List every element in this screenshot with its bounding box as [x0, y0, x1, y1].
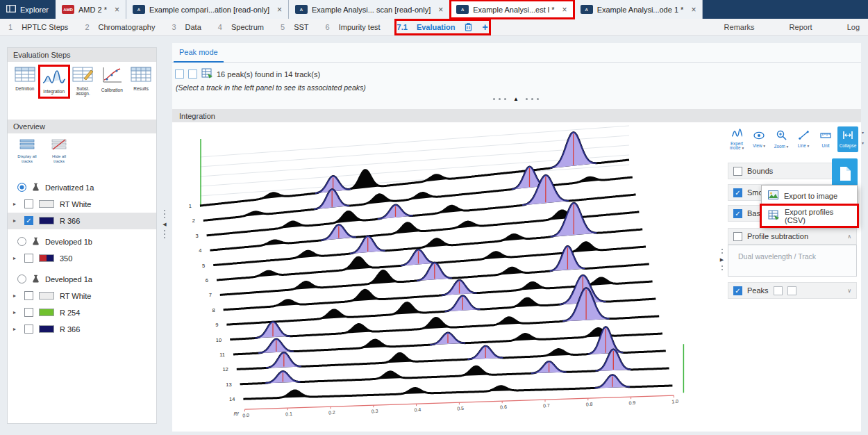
step-chromatography[interactable]: 2Chromatography [85, 23, 155, 31]
track-checkbox[interactable] [24, 308, 33, 317]
eval-step-subst-assign-[interactable]: Subst. assign. [69, 67, 97, 97]
plate-radio[interactable] [17, 183, 26, 192]
chevron-up-icon[interactable]: ∧ [847, 233, 851, 240]
track-row[interactable]: ▸R 366 [8, 321, 156, 338]
tab-close-icon[interactable]: × [438, 6, 443, 14]
unit-button[interactable]: Unit [815, 126, 836, 152]
expert-mode-button[interactable]: Expert mode ▾ [726, 126, 747, 152]
expander-icon[interactable]: ▸ [13, 326, 19, 332]
step-sst[interactable]: 5SST [281, 23, 309, 31]
svg-text:13: 13 [226, 381, 231, 388]
menu-item-export-profiles-csv-[interactable]: Export profiles (CSV) [762, 206, 857, 226]
collapse-button[interactable]: Collapse [837, 126, 858, 152]
menu-log[interactable]: Log [847, 23, 860, 31]
tab-document-2[interactable]: AExample compari...ation [read-only]× [126, 0, 289, 19]
peaks-summary-text: 16 peak(s) found in 14 track(s) [217, 70, 320, 79]
plate-group-row[interactable]: Developed 1b [8, 233, 156, 250]
tab-close-icon[interactable]: × [562, 6, 567, 14]
plate-group-row[interactable]: Developed 1a [8, 271, 156, 288]
baseline-checkbox[interactable]: ✓ [733, 209, 742, 218]
peaks-hint-text: (Select a track in the left panel to see… [176, 83, 366, 92]
expander-icon[interactable]: ▸ [13, 255, 19, 261]
track-row[interactable]: ▸R 254 [8, 304, 156, 321]
peak-color-slot[interactable] [774, 286, 783, 295]
eval-step-label: Results [133, 86, 149, 91]
profile-subtraction-row[interactable]: Profile subtraction∧ [728, 228, 857, 245]
step-data[interactable]: 3Data [172, 23, 201, 31]
track-row[interactable]: ▸350 [8, 250, 156, 267]
profile-subtraction-checkbox[interactable] [733, 232, 742, 241]
step-label: HPTLC Steps [22, 23, 68, 31]
expander-icon[interactable]: ▸ [13, 309, 19, 315]
plate-radio[interactable] [17, 237, 26, 246]
peak-mode-tab-row: Peak mode [172, 43, 861, 63]
chevron-down-icon[interactable]: ∨ [847, 288, 851, 294]
line-button[interactable]: Line ▾ [793, 126, 814, 152]
menu-remarks[interactable]: Remarks [724, 23, 755, 31]
substance-icon [72, 67, 93, 85]
plate-group-row[interactable]: Derivatized 1a [8, 179, 156, 196]
step-evaluation[interactable]: 7.1Evaluation+ [397, 22, 488, 33]
view-button[interactable]: View ▾ [749, 126, 769, 152]
eval-step-integration[interactable]: Integration [40, 67, 68, 97]
tab-document-4[interactable]: AExample Analysi...est l *× [450, 0, 574, 19]
tab-peak-mode[interactable]: Peak mode [174, 43, 224, 63]
bounds-checkbox[interactable] [733, 167, 742, 176]
export-context-menu: Export to imageExport profiles (CSV) [761, 185, 858, 227]
peaks-checkbox[interactable]: ✓ [733, 286, 742, 295]
toolbar-button-label: Line ▾ [798, 144, 809, 149]
peaks-filter-checkbox-2[interactable] [188, 69, 197, 79]
track-row[interactable]: ▸✓R 366 [8, 213, 156, 229]
svg-text:0.9: 0.9 [628, 400, 635, 406]
track-checkbox[interactable] [24, 199, 33, 208]
left-splitter-handle[interactable]: ◀ [161, 210, 168, 238]
expander-icon[interactable]: ▸ [13, 293, 19, 299]
display-all-tracks-button[interactable]: Display all tracks [15, 139, 40, 164]
peaks-filter-checkbox-1[interactable] [175, 69, 184, 79]
track-checkbox[interactable] [24, 291, 33, 300]
expander-icon[interactable]: ▸ [13, 218, 19, 224]
track-checkbox[interactable] [24, 325, 33, 334]
tab-close-icon[interactable]: × [115, 6, 119, 14]
step-spectrum[interactable]: 4Spectrum [218, 23, 264, 31]
right-splitter-handle[interactable]: ▶ [719, 249, 725, 270]
profile-subtraction-options[interactable]: Dual wavelength / Track [728, 245, 857, 277]
menu-item-export-to-image[interactable]: Export to image [762, 186, 857, 206]
plate-radio[interactable] [17, 274, 26, 284]
explorer-icon [6, 5, 16, 14]
eval-step-calibration[interactable]: Calibration [98, 67, 126, 97]
zoom-button[interactable]: Zoom ▾ [771, 126, 792, 152]
add-step-icon[interactable]: + [483, 22, 488, 33]
peak-table-export-icon[interactable] [201, 68, 212, 80]
step-impurity-test[interactable]: 6Impurity test [326, 23, 381, 31]
display-tracks-icon [19, 139, 35, 153]
delete-step-icon[interactable] [465, 22, 472, 33]
eval-step-results[interactable]: Results [127, 67, 155, 97]
expander-icon[interactable]: ▸ [13, 201, 19, 207]
tab-close-icon[interactable]: × [277, 6, 282, 14]
peak-color-slot[interactable] [787, 286, 796, 295]
peaks-row[interactable]: ✓Peaks∨ [728, 282, 857, 299]
tab-explorer[interactable]: Explorer [0, 0, 56, 19]
track-row[interactable]: ▸RT White [8, 196, 156, 213]
collapsed-splitter-handle[interactable]: ▲ [493, 96, 539, 102]
tab-document-3[interactable]: AExample Analysi... scan [read-only]× [289, 0, 450, 19]
menu-report[interactable]: Report [790, 23, 812, 31]
step-hptlc-steps[interactable]: 1HPTLC Steps [8, 23, 68, 31]
splitter-triangle-icon: ▲ [513, 96, 519, 102]
track-checkbox[interactable]: ✓ [24, 216, 33, 225]
track-row[interactable]: ▸RT White [8, 288, 156, 304]
eval-step-definition[interactable]: Definition [11, 67, 39, 97]
track-checkbox[interactable] [24, 254, 33, 263]
toolbar-overflow-arrows[interactable]: ▾▾ [860, 126, 866, 152]
svg-text:8: 8 [212, 307, 215, 313]
step-label: Evaluation [417, 23, 456, 31]
tab-close-icon[interactable]: × [691, 6, 696, 14]
waterfall-chart[interactable]: 12345678910111213140.00.10.20.30.40.50.6… [172, 122, 722, 432]
hide-all-tracks-button[interactable]: Hide all tracks [47, 139, 72, 164]
tab-document-1[interactable]: AMDAMD 2 *× [56, 0, 126, 19]
evaluation-steps-toolbar: DefinitionIntegrationSubst. assign.Calib… [8, 62, 156, 100]
track-color-swatch [39, 254, 54, 262]
tab-document-5[interactable]: AExample Analysi...ode 1 *× [574, 0, 703, 19]
smoothing-checkbox[interactable]: ✓ [733, 188, 742, 197]
